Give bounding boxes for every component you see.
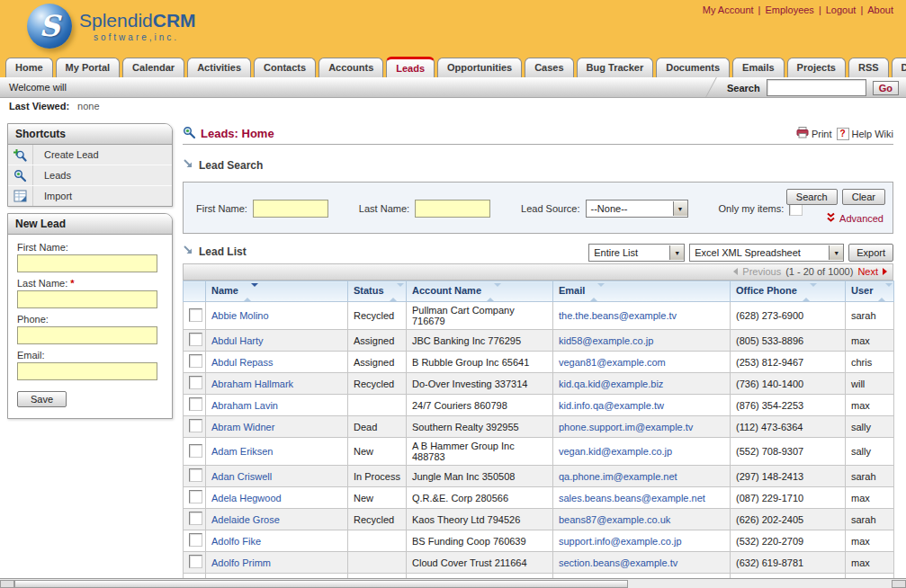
lead-email-link[interactable]: beans87@example.co.uk (559, 514, 670, 525)
search-first-name-input[interactable] (253, 200, 328, 218)
lead-name-link[interactable]: Abraham Hallmark (211, 379, 293, 389)
previous-page-link[interactable]: Previous (742, 266, 781, 277)
clear-button[interactable]: Clear (842, 189, 885, 205)
lead-name-link[interactable]: Abdul Harty (211, 335, 263, 346)
app-header: My Account|Employees|Logout|About S Sple… (0, 0, 906, 77)
tab-home[interactable]: Home (5, 58, 53, 77)
lead-email-link[interactable]: kid58@example.co.jp (559, 335, 653, 346)
tab-activities[interactable]: Activities (187, 58, 251, 77)
lead-email-link[interactable]: vegan.kid@example.co.jp (559, 446, 672, 457)
tab-bug-tracker[interactable]: Bug Tracker (577, 58, 654, 77)
row-checkbox[interactable] (189, 397, 202, 411)
lead-account-name: Jungle Man Inc 350508 (407, 466, 553, 487)
tab-contacts[interactable]: Contacts (254, 58, 316, 77)
lead-name-link[interactable]: Adelaide Grose (211, 514, 280, 525)
lead-name-link[interactable]: Adam Eriksen (211, 446, 273, 457)
tab-projects[interactable]: Projects (787, 58, 846, 77)
row-checkbox[interactable] (189, 512, 202, 525)
previous-arrow-icon (733, 268, 738, 275)
tab-calendar[interactable]: Calendar (122, 58, 184, 77)
row-checkbox[interactable] (189, 419, 202, 432)
export-button[interactable]: Export (848, 244, 893, 262)
export-format-select[interactable]: Excel XML Spreadsheet ▼ (689, 244, 844, 262)
about-link[interactable]: About (867, 4, 893, 15)
email-field[interactable] (17, 362, 157, 380)
lead-name-link[interactable]: Adan Criswell (211, 471, 272, 482)
lead-name-link[interactable]: Adolfo Primm (211, 557, 271, 568)
lead-name-link[interactable]: Adolfo Fike (211, 536, 261, 547)
tab-opportunities[interactable]: Opportunities (437, 58, 522, 77)
tab-dashboard[interactable]: Dashboard (892, 58, 906, 77)
lead-name-link[interactable]: Abbie Molino (211, 310, 269, 321)
tab-cases[interactable]: Cases (525, 58, 573, 77)
lead-email-link[interactable]: support.info@example.co.jp (559, 536, 682, 547)
lead-email-link[interactable]: section.beans@example.tv (559, 557, 677, 568)
scroll-left-button[interactable] (0, 580, 14, 588)
first-name-field[interactable] (17, 254, 157, 272)
save-button[interactable]: Save (17, 391, 67, 407)
logout-link[interactable]: Logout (826, 4, 857, 15)
lead-email-link[interactable]: vegan81@example.com (559, 357, 666, 368)
row-checkbox[interactable] (189, 533, 202, 547)
list-scope-select[interactable]: Entire List ▼ (588, 244, 685, 262)
lead-email-link[interactable]: kid.qa.kid@example.biz (559, 379, 663, 389)
row-checkbox[interactable] (189, 555, 202, 568)
tab-my-portal[interactable]: My Portal (56, 58, 121, 77)
row-checkbox[interactable] (189, 490, 202, 503)
lead-name-cell: Adela Hegwood (206, 487, 348, 509)
row-checkbox[interactable] (189, 444, 202, 458)
column-header-account-name[interactable]: Account Name (407, 281, 553, 302)
row-checkbox[interactable] (189, 354, 202, 368)
sidebar-item-leads[interactable]: Leads (8, 165, 172, 186)
last-name-field[interactable] (17, 290, 157, 308)
column-header-status[interactable]: Status (348, 281, 407, 302)
lead-name-link[interactable]: Abram Widner (211, 422, 274, 432)
lead-source-select[interactable]: --None-- ▼ (586, 200, 688, 218)
tab-documents[interactable]: Documents (656, 58, 730, 77)
export-format-value: Excel XML Spreadsheet (690, 247, 805, 258)
column-header-email[interactable]: Email (553, 281, 731, 302)
sidebar-item-create-lead[interactable]: Create Lead (8, 145, 172, 165)
lead-name-link[interactable]: Adela Hegwood (211, 493, 282, 503)
column-header-name[interactable]: Name (206, 281, 348, 302)
lead-email-link[interactable]: kid.info.qa@example.tw (559, 400, 664, 411)
go-button[interactable]: Go (873, 81, 899, 95)
lead-name-link[interactable]: Abdul Repass (211, 357, 274, 368)
lead-email-link[interactable]: sales.beans.beans@example.net (559, 493, 705, 503)
search-last-name-input[interactable] (415, 200, 490, 218)
search-button[interactable]: Search (786, 189, 838, 205)
advanced-link[interactable]: Advanced (826, 212, 884, 225)
employees-link[interactable]: Employees (765, 4, 813, 15)
help-wiki-link[interactable]: ? Help Wiki (837, 128, 893, 140)
lead-email-link[interactable]: the.the.beans@example.tv (559, 310, 677, 321)
column-header-user[interactable]: User (846, 281, 894, 302)
lead-name-cell: Adelaide Grose (206, 509, 348, 530)
scrollbar-thumb[interactable] (14, 580, 628, 588)
scroll-right-button[interactable] (892, 580, 906, 588)
next-page-link[interactable]: Next (857, 266, 878, 277)
lead-name-cell: Abbie Molino (206, 302, 348, 330)
phone-field[interactable] (17, 326, 157, 344)
row-checkbox[interactable] (189, 376, 202, 389)
row-checkbox[interactable] (189, 308, 202, 322)
tab-emails[interactable]: Emails (732, 58, 784, 77)
tab-leads[interactable]: Leads (386, 57, 435, 77)
lead-email-cell: beans87@example.co.uk (553, 509, 731, 530)
tab-accounts[interactable]: Accounts (318, 58, 383, 77)
row-checkbox[interactable] (189, 333, 202, 346)
lead-name-link[interactable]: Abraham Lavin (211, 400, 278, 411)
last-name-label: Last Name: (17, 278, 67, 289)
my-account-link[interactable]: My Account (703, 4, 754, 15)
print-link[interactable]: Print (796, 127, 832, 140)
row-checkbox[interactable] (189, 468, 202, 482)
column-header-office-phone[interactable]: Office Phone (731, 281, 846, 302)
sidebar-item-import[interactable]: Import (8, 186, 172, 206)
table-row: Abraham HallmarkRecycledDo-Over Investin… (184, 373, 894, 395)
tab-rss[interactable]: RSS (848, 58, 889, 77)
horizontal-scrollbar[interactable] (0, 578, 906, 588)
lead-email-link[interactable]: qa.phone.im@example.net (559, 471, 677, 482)
lead-email-link[interactable]: phone.support.im@example.tv (559, 422, 693, 432)
global-search-input[interactable] (767, 79, 866, 96)
double-chevron-down-icon (826, 212, 836, 225)
link-separator: | (758, 4, 761, 15)
